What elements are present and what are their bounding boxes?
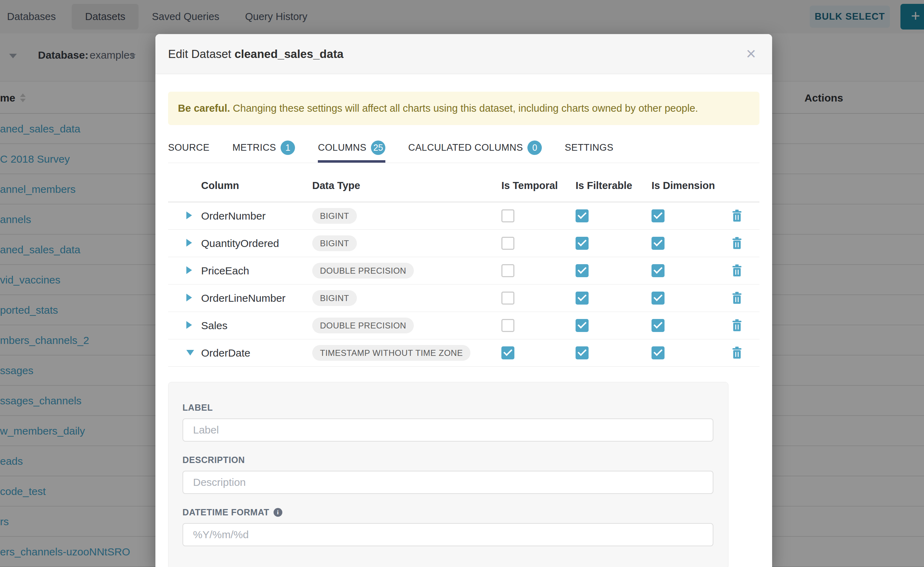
modal-title-prefix: Edit Dataset <box>168 47 231 60</box>
delete-column-trash-icon[interactable] <box>731 264 743 277</box>
tab-settings[interactable]: SETTINGS <box>565 134 613 163</box>
expand-caret-icon[interactable] <box>187 321 192 329</box>
column-row-OrderLineNumber: OrderLineNumberBIGINT <box>168 285 760 312</box>
is-temporal-checkbox[interactable] <box>501 209 515 222</box>
is-dimension-checkbox[interactable] <box>652 264 665 277</box>
delete-column-trash-icon[interactable] <box>731 292 743 304</box>
warning-text: Be careful. Changing these settings will… <box>178 103 698 114</box>
modal-body: Be careful. Changing these settings will… <box>155 92 772 567</box>
tab-label: SETTINGS <box>565 142 613 153</box>
column-name: OrderLineNumber <box>201 292 286 304</box>
tab-columns[interactable]: COLUMNS25 <box>318 134 385 163</box>
is-filterable-checkbox[interactable] <box>576 319 588 332</box>
is-dimension-checkbox[interactable] <box>652 209 665 222</box>
tab-count-badge: 25 <box>371 141 385 155</box>
info-icon[interactable]: i <box>274 508 282 517</box>
tab-count-badge: 1 <box>281 141 295 155</box>
column-name: OrderDate <box>201 347 250 359</box>
is-filterable-checkbox[interactable] <box>576 292 588 304</box>
header-data-type: Data Type <box>312 180 360 192</box>
tab-label: SOURCE <box>168 142 209 153</box>
column-name: OrderNumber <box>201 210 265 222</box>
column-row-Sales: SalesDOUBLE PRECISION <box>168 312 760 339</box>
data-type-pill: BIGINT <box>312 208 357 224</box>
datetime-format-field-label: DATETIME FORMAT i <box>182 507 714 518</box>
is-dimension-checkbox[interactable] <box>652 292 665 304</box>
tab-label: COLUMNS <box>318 142 366 153</box>
column-row-QuantityOrdered: QuantityOrderedBIGINT <box>168 230 760 257</box>
is-dimension-checkbox[interactable] <box>652 319 665 332</box>
tab-metrics[interactable]: METRICS1 <box>232 134 295 163</box>
header-is-temporal: Is Temporal <box>501 180 558 192</box>
label-input[interactable] <box>182 418 713 442</box>
header-is-dimension: Is Dimension <box>652 180 715 192</box>
is-temporal-checkbox[interactable] <box>501 237 515 250</box>
column-row-OrderDate: OrderDateTIMESTAMP WITHOUT TIME ZONE <box>168 339 760 367</box>
is-filterable-checkbox[interactable] <box>576 237 588 250</box>
modal-tabs: SOURCEMETRICS1COLUMNS25CALCULATED COLUMN… <box>168 134 760 163</box>
tab-count-badge: 0 <box>527 141 542 155</box>
label-field-label: LABEL <box>182 403 714 413</box>
column-detail-panel: LABEL DESCRIPTION DATETIME FORMAT i <box>168 382 728 567</box>
is-filterable-checkbox[interactable] <box>576 264 588 277</box>
columns-table-header: Column Data Type Is Temporal Is Filterab… <box>168 163 760 202</box>
data-type-pill: BIGINT <box>312 236 357 251</box>
modal-header: Edit Dataset cleaned_sales_data × <box>155 34 772 74</box>
column-name: Sales <box>201 320 227 332</box>
delete-column-trash-icon[interactable] <box>731 319 743 332</box>
header-column: Column <box>201 180 239 192</box>
columns-table-rows: OrderNumberBIGINTQuantityOrderedBIGINTPr… <box>168 202 760 367</box>
tab-label: CALCULATED COLUMNS <box>408 142 523 153</box>
expand-caret-icon[interactable] <box>187 212 192 219</box>
is-filterable-checkbox[interactable] <box>576 209 588 222</box>
column-name: PriceEach <box>201 265 249 277</box>
header-is-filterable: Is Filterable <box>576 180 632 192</box>
modal-title: Edit Dataset cleaned_sales_data <box>168 47 343 61</box>
edit-dataset-modal: Edit Dataset cleaned_sales_data × Be car… <box>155 34 772 567</box>
is-temporal-checkbox[interactable] <box>501 319 515 332</box>
is-dimension-checkbox[interactable] <box>652 237 665 250</box>
data-type-pill: TIMESTAMP WITHOUT TIME ZONE <box>312 345 470 361</box>
delete-column-trash-icon[interactable] <box>731 209 743 222</box>
expand-caret-icon[interactable] <box>187 294 192 302</box>
is-temporal-checkbox[interactable] <box>501 264 515 277</box>
is-filterable-checkbox[interactable] <box>576 346 588 359</box>
datetime-format-input[interactable] <box>182 523 713 546</box>
tab-label: METRICS <box>232 142 276 153</box>
close-icon[interactable]: × <box>740 43 761 64</box>
expand-caret-icon[interactable] <box>187 239 192 247</box>
description-input[interactable] <box>182 471 713 494</box>
tab-calculated-columns[interactable]: CALCULATED COLUMNS0 <box>408 134 542 163</box>
expand-caret-icon[interactable] <box>187 266 192 274</box>
delete-column-trash-icon[interactable] <box>731 237 743 250</box>
description-field-label: DESCRIPTION <box>182 455 714 465</box>
modal-title-dataset-name: cleaned_sales_data <box>235 47 343 60</box>
data-type-pill: BIGINT <box>312 290 357 306</box>
column-row-OrderNumber: OrderNumberBIGINT <box>168 202 760 230</box>
warning-banner: Be careful. Changing these settings will… <box>168 92 760 125</box>
is-temporal-checkbox[interactable] <box>501 292 515 304</box>
tab-source[interactable]: SOURCE <box>168 134 209 163</box>
delete-column-trash-icon[interactable] <box>731 346 743 359</box>
data-type-pill: DOUBLE PRECISION <box>312 263 414 279</box>
column-row-PriceEach: PriceEachDOUBLE PRECISION <box>168 257 760 285</box>
is-temporal-checkbox[interactable] <box>501 346 515 359</box>
is-dimension-checkbox[interactable] <box>652 346 665 359</box>
collapse-caret-icon[interactable] <box>187 350 194 356</box>
data-type-pill: DOUBLE PRECISION <box>312 318 414 333</box>
column-name: QuantityOrdered <box>201 237 279 249</box>
